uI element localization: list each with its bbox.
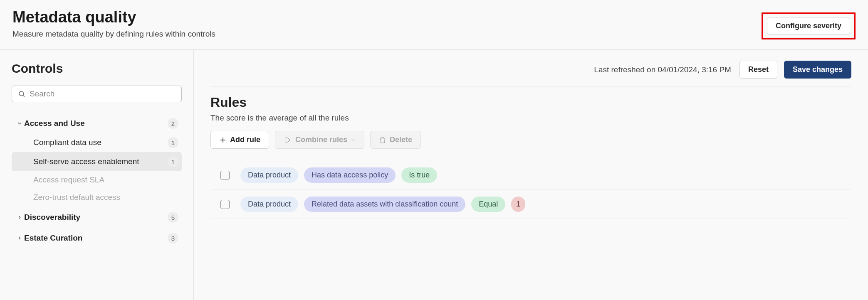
rule-pill: Has data access policy <box>304 167 396 183</box>
tree-group-count: 5 <box>168 212 178 223</box>
rule-pill: Data product <box>240 167 298 183</box>
rule-row[interactable]: Data productHas data access policyIs tru… <box>210 161 851 190</box>
rule-pill: Is true <box>401 167 437 183</box>
header-left: Metadata quality Measure metadata qualit… <box>12 8 215 39</box>
add-rule-button[interactable]: Add rule <box>210 131 269 149</box>
tree-item[interactable]: Compliant data use1 <box>12 133 182 152</box>
delete-rule-button[interactable]: Delete <box>370 131 421 149</box>
rule-list: Data productHas data access policyIs tru… <box>210 160 851 219</box>
tree-group-header[interactable]: Estate Curation3 <box>12 229 182 248</box>
rule-pill: Data product <box>240 197 298 212</box>
reset-button[interactable]: Reset <box>739 61 777 79</box>
header-right: Configure severity <box>762 8 856 39</box>
tree-group: Discoverability5 <box>12 208 182 227</box>
rules-subtitle: The score is the average of all the rule… <box>210 113 851 123</box>
main-topbar: Last refreshed on 04/01/2024, 3:16 PM Re… <box>210 61 851 86</box>
tree-group-label: Access and Use <box>24 119 168 128</box>
add-rule-label: Add rule <box>230 135 260 144</box>
tree-item-count: 1 <box>168 156 178 167</box>
rule-checkbox[interactable] <box>220 171 230 180</box>
tree-item-label: Self-serve access enablement <box>33 157 168 166</box>
rule-pill: Equal <box>471 197 505 212</box>
tree-item-label: Access request SLA <box>33 175 178 184</box>
tree-item-label: Zero-trust default access <box>33 193 178 202</box>
tree-group-header[interactable]: Access and Use2 <box>12 114 182 133</box>
rule-checkbox[interactable] <box>220 200 230 209</box>
chevron-right-icon <box>15 214 24 220</box>
page-body: Controls Access and Use2Compliant data u… <box>0 50 868 300</box>
main-content: Last refreshed on 04/01/2024, 3:16 PM Re… <box>194 50 868 300</box>
combine-rules-button[interactable]: Combine rules <box>275 131 364 149</box>
rules-toolbar: Add rule Combine rules <box>210 131 851 149</box>
tree-item-label: Compliant data use <box>33 138 168 147</box>
rules-title: Rules <box>210 95 851 110</box>
tree-item-count: 1 <box>168 137 178 148</box>
tree-item[interactable]: Zero-trust default access <box>12 189 182 206</box>
controls-tree: Access and Use2Compliant data use1Self-s… <box>12 114 182 248</box>
configure-severity-button[interactable]: Configure severity <box>767 17 850 35</box>
tree-group-count: 3 <box>168 233 178 243</box>
combine-rules-label: Combine rules <box>295 135 347 144</box>
chevron-down-icon <box>15 120 24 126</box>
save-changes-button[interactable]: Save changes <box>784 61 851 79</box>
chevron-right-icon <box>15 235 24 241</box>
page-header: Metadata quality Measure metadata qualit… <box>0 0 868 50</box>
last-refreshed-label: Last refreshed on 04/01/2024, 3:16 PM <box>594 65 731 74</box>
tree-group-header[interactable]: Discoverability5 <box>12 208 182 227</box>
page-title: Metadata quality <box>12 8 215 26</box>
chevron-down-icon <box>351 138 356 143</box>
combine-icon <box>284 136 292 144</box>
tree-item[interactable]: Self-serve access enablement1 <box>12 152 182 171</box>
search-input-wrapper[interactable] <box>12 86 182 102</box>
sidebar-title: Controls <box>12 61 182 76</box>
svg-point-0 <box>19 91 24 96</box>
tree-group: Access and Use2Compliant data use1Self-s… <box>12 114 182 206</box>
tree-group: Estate Curation3 <box>12 229 182 248</box>
search-icon <box>18 90 25 98</box>
rule-pill: Related data assets with classification … <box>304 197 465 212</box>
search-input[interactable] <box>30 89 176 98</box>
tree-group-label: Discoverability <box>24 213 168 222</box>
rule-row[interactable]: Data productRelated data assets with cla… <box>210 190 851 219</box>
rule-pill: 1 <box>511 197 525 212</box>
delete-rule-label: Delete <box>390 135 412 144</box>
tree-group-count: 2 <box>168 118 178 129</box>
tree-item[interactable]: Access request SLA <box>12 171 182 189</box>
page-subtitle: Measure metadata quality by defining rul… <box>12 30 215 39</box>
controls-sidebar: Controls Access and Use2Compliant data u… <box>0 50 194 300</box>
trash-icon <box>379 136 386 144</box>
svg-line-1 <box>23 95 24 96</box>
plus-icon <box>219 136 227 144</box>
configure-severity-highlight: Configure severity <box>762 12 856 39</box>
tree-group-label: Estate Curation <box>24 234 168 243</box>
